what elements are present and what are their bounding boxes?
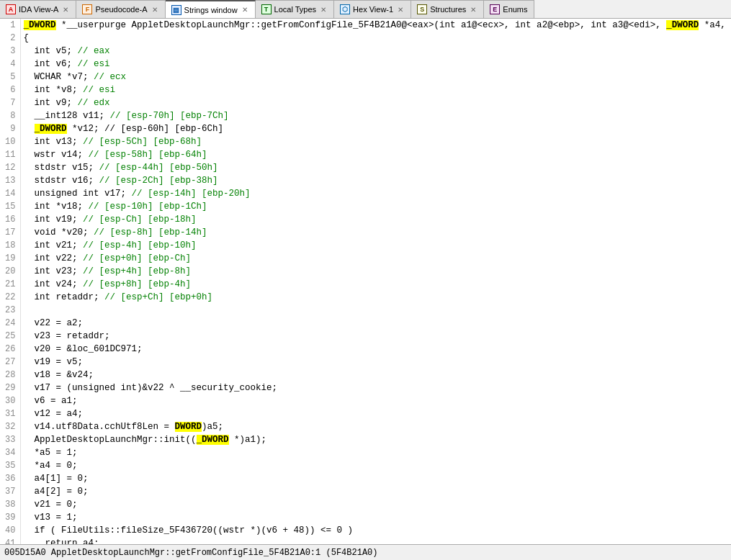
tab-bar: AIDA View-A✕FPseudocode-A✕▤Strings windo… xyxy=(0,0,731,19)
tab-label-ida-view: IDA View-A xyxy=(19,5,58,14)
tab-local-types[interactable]: TLocal Types✕ xyxy=(256,0,335,19)
line-number: 17 xyxy=(0,226,20,239)
tab-label-enums: Enums xyxy=(503,5,527,14)
line-number: 28 xyxy=(0,369,20,381)
table-row: 40 if ( FileUtils::fileSize_5F436720((ws… xyxy=(0,524,731,537)
line-number: 38 xyxy=(0,498,20,511)
code-line: void *v20; // [esp-8h] [ebp-14h] xyxy=(20,226,731,239)
table-row: 2{ xyxy=(0,32,731,45)
code-line: WCHAR *v7; // ecx xyxy=(20,71,731,83)
table-row: 12 stdstr v15; // [esp-44h] [ebp-50h] xyxy=(0,161,731,174)
table-row: 1_DWORD *__userpurge AppletDesktopLaunch… xyxy=(0,19,731,32)
line-number: 7 xyxy=(0,96,20,109)
code-line: v21 = 0; xyxy=(20,498,731,511)
code-line: int v21; // [esp-4h] [ebp-10h] xyxy=(20,239,731,252)
code-table: 1_DWORD *__userpurge AppletDesktopLaunch… xyxy=(0,19,731,544)
code-line: a4[1] = 0; xyxy=(20,472,731,485)
tab-close-structures[interactable]: ✕ xyxy=(469,5,477,14)
tab-icon-structures: S xyxy=(417,4,427,14)
line-number: 8 xyxy=(0,109,20,122)
table-row: 22 int retaddr; // [esp+Ch] [ebp+0h] xyxy=(0,291,731,304)
tab-label-pseudocode: Pseudocode-A xyxy=(95,5,147,14)
table-row: 16 int v19; // [esp-Ch] [ebp-18h] xyxy=(0,213,731,226)
tab-label-strings: Strings window xyxy=(184,6,238,14)
code-line: int *v18; // [esp-10h] [ebp-1Ch] xyxy=(20,200,731,213)
tab-icon-pseudocode: F xyxy=(82,4,92,14)
code-line: if ( FileUtils::fileSize_5F436720((wstr … xyxy=(20,524,731,537)
line-number: 3 xyxy=(0,45,20,58)
line-number: 36 xyxy=(0,472,20,485)
code-line: return a4; xyxy=(20,537,731,544)
line-number: 21 xyxy=(0,278,20,291)
table-row: 32 v14.utf8Data.cchUtf8Len = DWORD)a5; xyxy=(0,420,731,433)
tab-label-hex-view: Hex View-1 xyxy=(353,5,393,14)
tab-close-ida-view[interactable]: ✕ xyxy=(61,5,70,14)
table-row: 14 unsigned int v17; // [esp-14h] [ebp-2… xyxy=(0,187,731,200)
table-row: 35 *a4 = 0; xyxy=(0,459,731,472)
tab-close-local-types[interactable]: ✕ xyxy=(319,5,328,14)
code-area[interactable]: 1_DWORD *__userpurge AppletDesktopLaunch… xyxy=(0,19,731,544)
line-number: 40 xyxy=(0,524,20,537)
line-number: 14 xyxy=(0,187,20,200)
table-row: 24 v22 = a2; xyxy=(0,317,731,330)
line-number: 25 xyxy=(0,330,20,343)
code-line: *a5 = 1; xyxy=(20,446,731,459)
tab-close-strings[interactable]: ✕ xyxy=(241,6,249,14)
code-line: AppletDesktopLaunchMgr::init((_DWORD *)a… xyxy=(20,433,731,446)
table-row: 41 return a4; xyxy=(0,537,731,544)
line-number: 37 xyxy=(0,485,20,498)
code-line: int v13; // [esp-5Ch] [ebp-68h] xyxy=(20,135,731,148)
table-row: 30 v6 = a1; xyxy=(0,394,731,407)
line-number: 31 xyxy=(0,407,20,420)
code-line: __int128 v11; // [esp-70h] [ebp-7Ch] xyxy=(20,109,731,122)
line-number: 27 xyxy=(0,356,20,369)
line-number: 10 xyxy=(0,135,20,148)
tab-hex-view[interactable]: ⬡Hex View-1✕ xyxy=(334,0,411,19)
line-number: 35 xyxy=(0,459,20,472)
line-number: 19 xyxy=(0,252,20,265)
line-number: 2 xyxy=(0,32,20,45)
status-bar: 005D15A0 AppletDesktopLaunchMgr::getFrom… xyxy=(0,544,731,560)
tab-close-pseudocode[interactable]: ✕ xyxy=(151,5,159,14)
tab-structures[interactable]: SStructures✕ xyxy=(411,0,484,19)
code-line: v20 = &loc_601DC971; xyxy=(20,343,731,356)
table-row: 23 xyxy=(0,304,731,317)
line-number: 9 xyxy=(0,122,20,135)
code-line: v13 = 1; xyxy=(20,511,731,524)
code-line: int v23; // [esp+4h] [ebp-8h] xyxy=(20,265,731,278)
tab-enums[interactable]: EEnums xyxy=(484,0,534,19)
code-line: wstr v14; // [esp-58h] [ebp-64h] xyxy=(20,148,731,161)
table-row: 17 void *v20; // [esp-8h] [ebp-14h] xyxy=(0,226,731,239)
table-row: 37 a4[2] = 0; xyxy=(0,485,731,498)
line-number: 30 xyxy=(0,394,20,407)
code-line: int v24; // [esp+8h] [ebp-4h] xyxy=(20,278,731,291)
line-number: 32 xyxy=(0,420,20,433)
line-number: 15 xyxy=(0,200,20,213)
code-line: { xyxy=(20,32,731,45)
table-row: 31 v12 = a4; xyxy=(0,407,731,420)
line-number: 18 xyxy=(0,239,20,252)
table-row: 25 v23 = retaddr; xyxy=(0,330,731,343)
code-line: v14.utf8Data.cchUtf8Len = DWORD)a5; xyxy=(20,420,731,433)
code-line: v6 = a1; xyxy=(20,394,731,407)
table-row: 6 int *v8; // esi xyxy=(0,83,731,96)
table-row: 4 int v6; // esi xyxy=(0,58,731,71)
tab-strings[interactable]: ▤Strings window✕ xyxy=(166,0,256,19)
code-line: int v5; // eax xyxy=(20,45,731,58)
tab-icon-strings: ▤ xyxy=(171,5,181,15)
code-line: int v22; // [esp+0h] [ebp-Ch] xyxy=(20,252,731,265)
table-row: 3 int v5; // eax xyxy=(0,45,731,58)
line-number: 4 xyxy=(0,58,20,71)
code-line: stdstr v15; // [esp-44h] [ebp-50h] xyxy=(20,161,731,174)
code-line: v22 = a2; xyxy=(20,317,731,330)
code-line: unsigned int v17; // [esp-14h] [ebp-20h] xyxy=(20,187,731,200)
table-row: 26 v20 = &loc_601DC971; xyxy=(0,343,731,356)
table-row: 18 int v21; // [esp-4h] [ebp-10h] xyxy=(0,239,731,252)
line-number: 29 xyxy=(0,381,20,394)
table-row: 29 v17 = (unsigned int)&v22 ^ __security… xyxy=(0,381,731,394)
tab-ida-view[interactable]: AIDA View-A✕ xyxy=(0,0,76,19)
tab-pseudocode[interactable]: FPseudocode-A✕ xyxy=(76,0,165,19)
code-line: int *v8; // esi xyxy=(20,83,731,96)
tab-close-hex-view[interactable]: ✕ xyxy=(396,5,405,14)
code-line: stdstr v16; // [esp-2Ch] [ebp-38h] xyxy=(20,174,731,187)
